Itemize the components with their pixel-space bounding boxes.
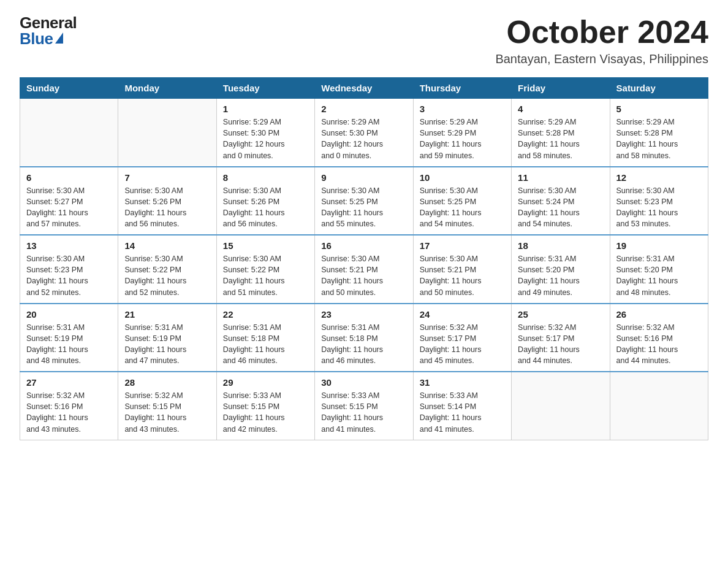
day-number: 9 [321, 172, 406, 183]
calendar-cell: 15Sunrise: 5:30 AM Sunset: 5:22 PM Dayli… [216, 235, 314, 304]
calendar-cell: 14Sunrise: 5:30 AM Sunset: 5:22 PM Dayli… [118, 235, 216, 304]
day-number: 15 [223, 240, 308, 251]
calendar-cell: 3Sunrise: 5:29 AM Sunset: 5:29 PM Daylig… [413, 99, 511, 167]
day-info: Sunrise: 5:29 AM Sunset: 5:30 PM Dayligh… [321, 117, 406, 161]
day-info: Sunrise: 5:32 AM Sunset: 5:17 PM Dayligh… [420, 322, 505, 367]
day-number: 10 [420, 172, 505, 183]
day-number: 24 [420, 309, 505, 320]
calendar-cell [118, 99, 216, 167]
calendar-cell: 6Sunrise: 5:30 AM Sunset: 5:27 PM Daylig… [20, 167, 118, 236]
calendar-week-row: 6Sunrise: 5:30 AM Sunset: 5:27 PM Daylig… [20, 167, 708, 236]
day-number: 1 [223, 104, 308, 114]
logo: General Blue [20, 15, 77, 47]
logo-general-text: General [20, 15, 77, 31]
day-info: Sunrise: 5:29 AM Sunset: 5:30 PM Dayligh… [223, 117, 308, 161]
day-number: 8 [223, 172, 308, 183]
calendar-cell: 27Sunrise: 5:32 AM Sunset: 5:16 PM Dayli… [20, 372, 118, 440]
calendar-cell: 9Sunrise: 5:30 AM Sunset: 5:25 PM Daylig… [315, 167, 413, 236]
day-info: Sunrise: 5:30 AM Sunset: 5:26 PM Dayligh… [124, 185, 210, 230]
weekday-header-friday: Friday [512, 78, 610, 99]
day-number: 27 [26, 377, 112, 388]
calendar-cell: 24Sunrise: 5:32 AM Sunset: 5:17 PM Dayli… [413, 304, 511, 372]
day-info: Sunrise: 5:31 AM Sunset: 5:19 PM Dayligh… [124, 322, 210, 367]
day-info: Sunrise: 5:30 AM Sunset: 5:22 PM Dayligh… [223, 253, 308, 298]
day-number: 2 [321, 104, 406, 114]
calendar-cell: 5Sunrise: 5:29 AM Sunset: 5:28 PM Daylig… [610, 99, 708, 167]
calendar-cell: 19Sunrise: 5:31 AM Sunset: 5:20 PM Dayli… [610, 235, 708, 304]
calendar-cell: 23Sunrise: 5:31 AM Sunset: 5:18 PM Dayli… [315, 304, 413, 372]
calendar-cell: 8Sunrise: 5:30 AM Sunset: 5:26 PM Daylig… [216, 167, 314, 236]
calendar-cell: 11Sunrise: 5:30 AM Sunset: 5:24 PM Dayli… [512, 167, 610, 236]
logo-blue-text: Blue [20, 31, 63, 47]
calendar-cell: 31Sunrise: 5:33 AM Sunset: 5:14 PM Dayli… [413, 372, 511, 440]
day-info: Sunrise: 5:30 AM Sunset: 5:21 PM Dayligh… [420, 253, 505, 298]
day-number: 28 [124, 377, 210, 388]
day-number: 22 [223, 309, 308, 320]
day-info: Sunrise: 5:30 AM Sunset: 5:21 PM Dayligh… [321, 253, 406, 298]
day-info: Sunrise: 5:30 AM Sunset: 5:23 PM Dayligh… [26, 253, 112, 298]
day-number: 12 [616, 172, 702, 183]
day-number: 17 [420, 240, 505, 251]
day-info: Sunrise: 5:32 AM Sunset: 5:16 PM Dayligh… [26, 390, 112, 435]
day-info: Sunrise: 5:31 AM Sunset: 5:18 PM Dayligh… [321, 322, 406, 367]
day-number: 25 [518, 309, 603, 320]
calendar-cell: 26Sunrise: 5:32 AM Sunset: 5:16 PM Dayli… [610, 304, 708, 372]
weekday-header-saturday: Saturday [610, 78, 708, 99]
day-number: 23 [321, 309, 406, 320]
day-info: Sunrise: 5:33 AM Sunset: 5:15 PM Dayligh… [321, 390, 406, 435]
calendar-cell [610, 372, 708, 440]
day-number: 7 [124, 172, 210, 183]
day-info: Sunrise: 5:32 AM Sunset: 5:15 PM Dayligh… [124, 390, 210, 435]
calendar-cell: 22Sunrise: 5:31 AM Sunset: 5:18 PM Dayli… [216, 304, 314, 372]
day-info: Sunrise: 5:30 AM Sunset: 5:22 PM Dayligh… [124, 253, 210, 298]
calendar-cell: 30Sunrise: 5:33 AM Sunset: 5:15 PM Dayli… [315, 372, 413, 440]
weekday-header-tuesday: Tuesday [216, 78, 314, 99]
day-info: Sunrise: 5:30 AM Sunset: 5:27 PM Dayligh… [26, 185, 112, 230]
day-number: 6 [26, 172, 112, 183]
day-number: 21 [124, 309, 210, 320]
day-number: 5 [616, 104, 702, 114]
calendar-cell: 25Sunrise: 5:32 AM Sunset: 5:17 PM Dayli… [512, 304, 610, 372]
calendar-cell: 20Sunrise: 5:31 AM Sunset: 5:19 PM Dayli… [20, 304, 118, 372]
day-info: Sunrise: 5:31 AM Sunset: 5:18 PM Dayligh… [223, 322, 308, 367]
logo-triangle-icon [55, 33, 63, 44]
day-info: Sunrise: 5:31 AM Sunset: 5:19 PM Dayligh… [26, 322, 112, 367]
day-info: Sunrise: 5:30 AM Sunset: 5:23 PM Dayligh… [616, 185, 702, 230]
calendar-cell: 28Sunrise: 5:32 AM Sunset: 5:15 PM Dayli… [118, 372, 216, 440]
day-info: Sunrise: 5:31 AM Sunset: 5:20 PM Dayligh… [518, 253, 603, 298]
day-number: 13 [26, 240, 112, 251]
calendar-cell: 12Sunrise: 5:30 AM Sunset: 5:23 PM Dayli… [610, 167, 708, 236]
calendar-cell: 13Sunrise: 5:30 AM Sunset: 5:23 PM Dayli… [20, 235, 118, 304]
calendar-cell: 2Sunrise: 5:29 AM Sunset: 5:30 PM Daylig… [315, 99, 413, 167]
day-info: Sunrise: 5:30 AM Sunset: 5:24 PM Dayligh… [518, 185, 603, 230]
calendar-cell [20, 99, 118, 167]
calendar-cell: 7Sunrise: 5:30 AM Sunset: 5:26 PM Daylig… [118, 167, 216, 236]
day-number: 14 [124, 240, 210, 251]
calendar-cell: 17Sunrise: 5:30 AM Sunset: 5:21 PM Dayli… [413, 235, 511, 304]
day-info: Sunrise: 5:33 AM Sunset: 5:15 PM Dayligh… [223, 390, 308, 435]
day-info: Sunrise: 5:30 AM Sunset: 5:26 PM Dayligh… [223, 185, 308, 230]
calendar-cell: 10Sunrise: 5:30 AM Sunset: 5:25 PM Dayli… [413, 167, 511, 236]
weekday-header-row: SundayMondayTuesdayWednesdayThursdayFrid… [20, 78, 708, 99]
calendar-cell: 21Sunrise: 5:31 AM Sunset: 5:19 PM Dayli… [118, 304, 216, 372]
calendar-cell: 4Sunrise: 5:29 AM Sunset: 5:28 PM Daylig… [512, 99, 610, 167]
calendar-cell: 18Sunrise: 5:31 AM Sunset: 5:20 PM Dayli… [512, 235, 610, 304]
day-number: 30 [321, 377, 406, 388]
calendar-table: SundayMondayTuesdayWednesdayThursdayFrid… [20, 77, 708, 440]
day-info: Sunrise: 5:29 AM Sunset: 5:28 PM Dayligh… [616, 117, 702, 161]
header: General Blue October 2024 Bantayan, East… [20, 15, 708, 66]
month-title: October 2024 [495, 15, 708, 50]
calendar-cell [512, 372, 610, 440]
day-info: Sunrise: 5:32 AM Sunset: 5:17 PM Dayligh… [518, 322, 603, 367]
calendar-week-row: 1Sunrise: 5:29 AM Sunset: 5:30 PM Daylig… [20, 99, 708, 167]
calendar-cell: 29Sunrise: 5:33 AM Sunset: 5:15 PM Dayli… [216, 372, 314, 440]
day-number: 26 [616, 309, 702, 320]
day-info: Sunrise: 5:29 AM Sunset: 5:28 PM Dayligh… [518, 117, 603, 161]
weekday-header-monday: Monday [118, 78, 216, 99]
calendar-cell: 16Sunrise: 5:30 AM Sunset: 5:21 PM Dayli… [315, 235, 413, 304]
calendar-week-row: 20Sunrise: 5:31 AM Sunset: 5:19 PM Dayli… [20, 304, 708, 372]
day-info: Sunrise: 5:32 AM Sunset: 5:16 PM Dayligh… [616, 322, 702, 367]
day-number: 20 [26, 309, 112, 320]
weekday-header-thursday: Thursday [413, 78, 511, 99]
day-number: 31 [420, 377, 505, 388]
